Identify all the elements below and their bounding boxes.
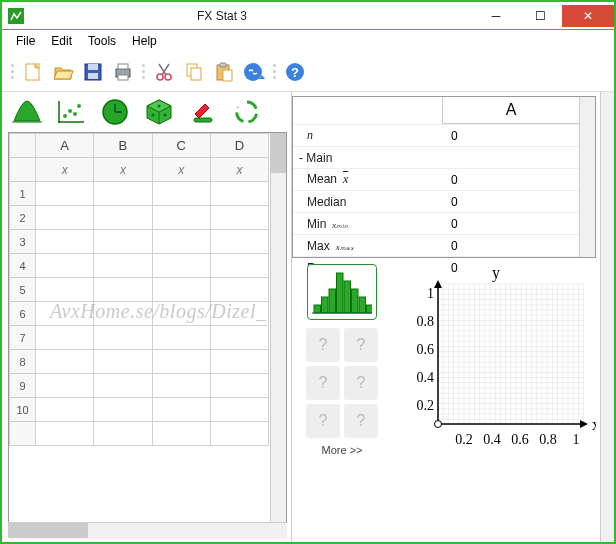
dice-button[interactable] [144, 98, 174, 126]
scatter-button[interactable] [56, 98, 86, 126]
cell[interactable] [36, 230, 94, 254]
cut-button[interactable] [150, 58, 178, 86]
cell[interactable] [210, 374, 268, 398]
stats-col-A[interactable]: A [443, 97, 579, 124]
cell[interactable] [210, 278, 268, 302]
col-B[interactable]: B [94, 134, 152, 158]
row-header[interactable]: 4 [10, 254, 36, 278]
table-row[interactable] [10, 422, 269, 446]
chart-slot-2[interactable]: ? [344, 328, 378, 362]
col-A[interactable]: A [36, 134, 94, 158]
table-row[interactable]: 7 [10, 326, 269, 350]
cell[interactable] [94, 422, 152, 446]
cell[interactable] [94, 206, 152, 230]
row-header[interactable] [10, 422, 36, 446]
cell[interactable] [210, 182, 268, 206]
cell[interactable] [152, 302, 210, 326]
cell[interactable] [36, 278, 94, 302]
cell[interactable] [36, 374, 94, 398]
cell[interactable] [94, 254, 152, 278]
cell[interactable] [36, 422, 94, 446]
row-header[interactable]: 7 [10, 326, 36, 350]
cell[interactable] [94, 374, 152, 398]
maximize-button[interactable]: ☐ [518, 5, 562, 27]
distribution-button[interactable] [12, 98, 42, 126]
cell[interactable] [36, 398, 94, 422]
cell[interactable] [36, 182, 94, 206]
plot[interactable]: y 10.80.60.40.2 0.20.40.60.81 x [396, 264, 596, 538]
more-button[interactable]: More >> [322, 444, 363, 456]
cell[interactable] [210, 206, 268, 230]
cell[interactable] [152, 350, 210, 374]
recycle-button[interactable] [232, 98, 262, 126]
row-header[interactable]: 9 [10, 374, 36, 398]
chart-slot-3[interactable]: ? [306, 366, 340, 400]
link-button[interactable] [240, 58, 268, 86]
table-row[interactable]: 8 [10, 350, 269, 374]
save-button[interactable] [79, 58, 107, 86]
menu-edit[interactable]: Edit [43, 32, 80, 50]
col-D[interactable]: D [210, 134, 268, 158]
col-C[interactable]: C [152, 134, 210, 158]
cell[interactable] [152, 374, 210, 398]
cell[interactable] [210, 350, 268, 374]
marker-button[interactable] [188, 98, 218, 126]
cell[interactable] [94, 302, 152, 326]
menu-help[interactable]: Help [124, 32, 165, 50]
minimize-button[interactable]: ─ [474, 5, 518, 27]
cell[interactable] [94, 278, 152, 302]
cell[interactable] [152, 254, 210, 278]
cell[interactable] [94, 230, 152, 254]
data-grid[interactable]: A B C D x x x x [8, 132, 287, 523]
cell[interactable] [152, 230, 210, 254]
stats-vscroll[interactable] [579, 97, 595, 257]
cell[interactable] [152, 182, 210, 206]
row-header[interactable]: 10 [10, 398, 36, 422]
cell[interactable] [94, 326, 152, 350]
cell[interactable] [152, 278, 210, 302]
cell[interactable] [152, 398, 210, 422]
cell[interactable] [36, 350, 94, 374]
close-button[interactable]: ✕ [562, 5, 614, 27]
right-vscroll[interactable] [600, 92, 614, 542]
chart-slot-5[interactable]: ? [306, 404, 340, 438]
cell[interactable] [152, 422, 210, 446]
paste-button[interactable] [210, 58, 238, 86]
open-button[interactable] [49, 58, 77, 86]
grid-hscroll[interactable] [8, 522, 287, 538]
cell[interactable] [210, 398, 268, 422]
chart-slot-4[interactable]: ? [344, 366, 378, 400]
clock-button[interactable] [100, 98, 130, 126]
menu-file[interactable]: File [8, 32, 43, 50]
table-row[interactable]: 4 [10, 254, 269, 278]
table-row[interactable]: 2 [10, 206, 269, 230]
row-header[interactable]: 3 [10, 230, 36, 254]
cell[interactable] [210, 326, 268, 350]
table-row[interactable]: 9 [10, 374, 269, 398]
row-header[interactable]: 2 [10, 206, 36, 230]
table-row[interactable]: 1 [10, 182, 269, 206]
cell[interactable] [210, 302, 268, 326]
help-button[interactable]: ? [281, 58, 309, 86]
table-row[interactable]: 10 [10, 398, 269, 422]
print-button[interactable] [109, 58, 137, 86]
cell[interactable] [210, 230, 268, 254]
cell[interactable] [94, 182, 152, 206]
data-table[interactable]: A B C D x x x x [9, 133, 269, 446]
row-header[interactable]: 5 [10, 278, 36, 302]
cell[interactable] [210, 422, 268, 446]
row-header[interactable]: 6 [10, 302, 36, 326]
cell[interactable] [94, 398, 152, 422]
table-row[interactable]: 6 [10, 302, 269, 326]
cell[interactable] [94, 350, 152, 374]
histogram-button[interactable] [307, 264, 377, 320]
row-header[interactable]: 1 [10, 182, 36, 206]
chart-slot-1[interactable]: ? [306, 328, 340, 362]
copy-button[interactable] [180, 58, 208, 86]
cell[interactable] [36, 326, 94, 350]
cell[interactable] [36, 254, 94, 278]
table-row[interactable]: 3 [10, 230, 269, 254]
chart-slot-6[interactable]: ? [344, 404, 378, 438]
cell[interactable] [36, 206, 94, 230]
row-header[interactable]: 8 [10, 350, 36, 374]
